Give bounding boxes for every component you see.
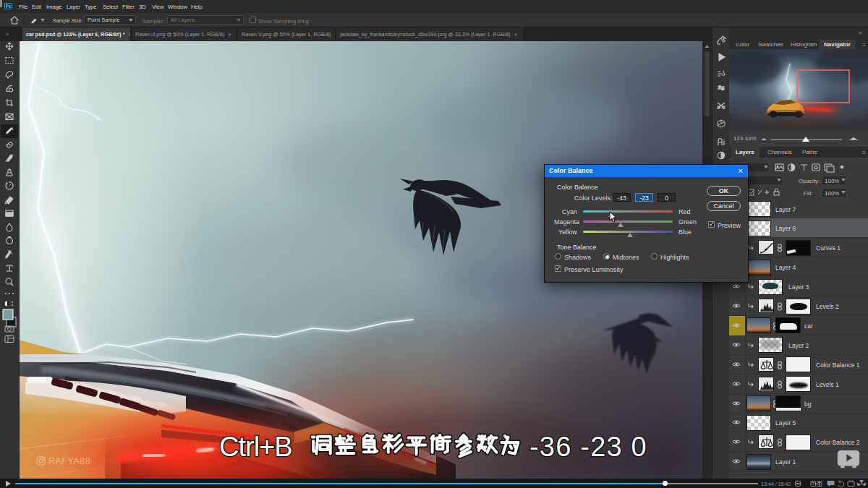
svg-text:Fill:: Fill: bbox=[804, 190, 812, 197]
svg-text:Ctrl+B: Ctrl+B bbox=[219, 432, 292, 462]
svg-text:-36 -23 0: -36 -23 0 bbox=[529, 432, 647, 462]
svg-text:100%: 100% bbox=[825, 178, 839, 184]
svg-text:Opacity:: Opacity: bbox=[799, 178, 820, 184]
svg-text:100%: 100% bbox=[825, 190, 839, 197]
